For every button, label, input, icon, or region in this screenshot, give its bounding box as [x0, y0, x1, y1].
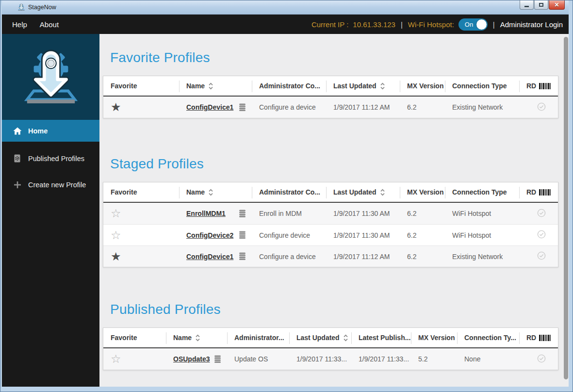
name-cell: ConfigDevice1	[179, 245, 252, 267]
column-header-name[interactable]: Name	[179, 182, 252, 203]
column-header-label: MX Version	[407, 188, 443, 196]
name-cell: EnrollMDM1	[179, 203, 252, 224]
administrator-comment-cell: Update OS	[227, 348, 289, 370]
favorite-star-outline-icon[interactable]: ☆	[111, 229, 121, 242]
column-header-last-updated[interactable]: Last Updated	[326, 182, 400, 203]
profile-name-link[interactable]: ConfigDevice1	[186, 103, 233, 111]
titlebar[interactable]: StageNow ✕	[2, 0, 569, 15]
rd-status	[537, 230, 546, 239]
rd-status	[537, 251, 546, 260]
favorite-star-outline-icon[interactable]: ☆	[111, 207, 121, 220]
barcode-icon	[539, 83, 551, 89]
favorite-star-filled-icon[interactable]: ★	[111, 100, 121, 114]
sidebar-item-label: Home	[28, 127, 48, 135]
column-header-administrator: Administrator...	[227, 328, 289, 348]
rd-status-check-icon	[537, 230, 546, 239]
favorite-cell: ☆	[103, 348, 166, 370]
connection-type-cell: Existing Network	[445, 97, 519, 118]
column-header-mx-version: MX Version	[400, 182, 445, 203]
administrator-comment-cell: Enroll in MDM	[252, 203, 326, 224]
administrator-login-link[interactable]: Administrator Login	[500, 20, 563, 29]
column-header-favorite: Favorite	[103, 76, 179, 97]
column-header-mx-version: MX Version	[400, 76, 445, 97]
column-header-rd: RD	[519, 76, 558, 97]
rd-status	[537, 354, 546, 363]
rd-cell	[519, 245, 558, 267]
column-header-latest-publish: Latest Publish...	[351, 328, 411, 348]
section-title: Staged Profiles	[110, 156, 569, 172]
sidebar-item-label: Published Profiles	[28, 155, 84, 163]
current-ip-label: Current IP :	[311, 20, 348, 29]
column-header-label: Favorite	[111, 188, 137, 196]
mx-version-cell: 6.2	[400, 203, 445, 224]
favorite-star-outline-icon[interactable]: ☆	[111, 352, 121, 365]
column-header-rd: RD	[519, 182, 558, 203]
column-header-label: RD	[526, 82, 536, 90]
database-icon	[239, 252, 246, 261]
last-updated-cell: 1/9/2017 11:30 AM	[326, 203, 400, 224]
profiles-table: FavoriteNameAdministrator Co...Last Upda…	[103, 182, 558, 267]
toggle-state-label: On	[465, 21, 473, 28]
name-cell: ConfigDevice2	[179, 224, 252, 245]
close-button[interactable]: ✕	[549, 0, 565, 10]
barcode-icon	[539, 335, 551, 341]
column-header-label: RD	[526, 188, 536, 196]
stagenow-window: StageNow ✕ Help About Current IP : 10.61…	[0, 0, 573, 392]
column-header-label: Name	[186, 188, 205, 196]
minimize-button[interactable]	[520, 0, 534, 10]
column-header-rd: RD	[519, 328, 558, 348]
mx-version-cell: 6.2	[400, 224, 445, 245]
separator: |	[400, 20, 404, 29]
column-header-name[interactable]: Name	[166, 328, 227, 348]
sidebar-item-home[interactable]: Home	[2, 120, 99, 142]
column-header-name[interactable]: Name	[179, 76, 252, 97]
column-header-last-updated[interactable]: Last Updated	[289, 328, 351, 348]
rd-status-check-icon	[537, 102, 546, 111]
column-header-label: Administrator...	[234, 334, 284, 342]
column-header-label: Last Updated	[296, 334, 340, 342]
rd-cell	[519, 97, 558, 118]
column-header-favorite: Favorite	[103, 182, 179, 203]
section-title: Published Profiles	[110, 302, 569, 317]
scrollbar-thumb[interactable]	[564, 37, 568, 379]
profile-name-link[interactable]: EnrollMDM1	[186, 210, 226, 217]
favorite-cell: ★	[103, 97, 179, 118]
column-header-label: Last Updated	[333, 188, 377, 196]
sidebar-nav: Home Published Profiles	[2, 120, 99, 196]
sidebar-item-create-new-profile[interactable]: Create new Profile	[2, 174, 99, 196]
favorite-star-filled-icon[interactable]: ★	[111, 250, 121, 263]
stagenow-logo	[2, 34, 99, 120]
sort-chevrons-icon	[208, 189, 213, 196]
menubar: Help About Current IP : 10.61.33.123 | W…	[2, 15, 569, 34]
column-header-label: Connection Type	[452, 188, 507, 196]
window-title: StageNow	[28, 4, 56, 11]
profile-name-link[interactable]: OSUpdate3	[173, 355, 210, 363]
rd-status	[537, 209, 546, 217]
column-header-mx-version: MX Version	[411, 328, 457, 348]
connection-type-cell: WiFi Hotspot	[445, 203, 519, 224]
menu-item-about[interactable]: About	[40, 20, 59, 29]
section-staged-profiles: Staged ProfilesFavoriteNameAdministrator…	[99, 118, 569, 267]
wifi-hotspot-toggle[interactable]: On	[458, 18, 488, 31]
name-cell: OSUpdate3	[166, 348, 227, 370]
section-favorite-profiles: Favorite ProfilesFavoriteNameAdministrat…	[99, 34, 569, 118]
favorite-cell: ☆	[103, 224, 179, 245]
column-header-label: Last Updated	[333, 82, 377, 90]
profile-name-link[interactable]: ConfigDevice1	[186, 253, 233, 261]
column-header-connection-ty: Connection Ty...	[457, 328, 519, 348]
app-body: Home Published Profiles	[2, 34, 569, 387]
column-header-last-updated[interactable]: Last Updated	[326, 76, 400, 97]
connection-type-cell: None	[457, 348, 519, 370]
menu-item-help[interactable]: Help	[12, 20, 27, 29]
profile-name-link[interactable]: ConfigDevice2	[186, 231, 233, 239]
minimize-icon	[524, 6, 529, 7]
sidebar-item-label: Create new Profile	[28, 181, 86, 189]
barcode-icon	[539, 189, 551, 196]
window-frame: StageNow ✕ Help About Current IP : 10.61…	[0, 0, 573, 392]
sidebar-item-published-profiles[interactable]: Published Profiles	[2, 147, 99, 169]
rd-status	[537, 102, 546, 111]
section-title: Favorite Profiles	[110, 50, 569, 65]
mx-version-cell: 6.2	[400, 245, 445, 267]
vertical-scrollbar[interactable]	[564, 37, 568, 383]
maximize-button[interactable]	[534, 0, 548, 10]
